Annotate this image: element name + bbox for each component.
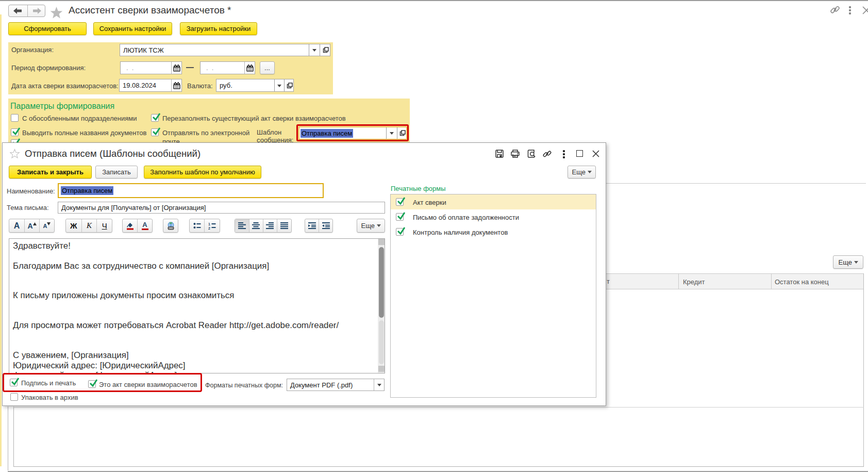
svg-text:2: 2	[208, 226, 210, 230]
svg-text:1: 1	[208, 222, 210, 226]
